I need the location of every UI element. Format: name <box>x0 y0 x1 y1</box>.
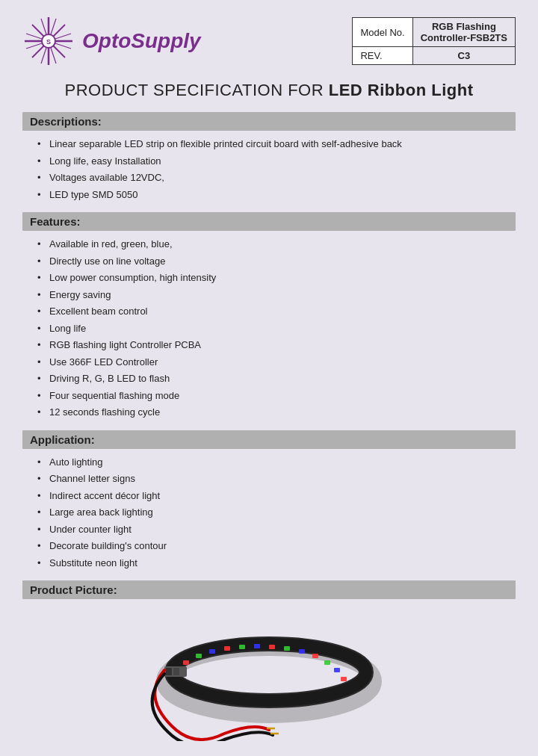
product-picture-heading: Product Picture: <box>22 580 516 599</box>
svg-rect-14 <box>183 660 189 665</box>
svg-rect-15 <box>196 654 202 658</box>
list-item: Under counter light <box>37 522 516 537</box>
list-item: Voltages available 12VDC, <box>37 170 516 185</box>
model-label: Model No. <box>353 18 412 47</box>
list-item: Long life, easy Installation <box>37 154 516 169</box>
rev-value: C3 <box>412 47 515 65</box>
features-list: Available in red, green, blue, Directly … <box>22 237 516 420</box>
descriptions-heading: Descriptions: <box>22 112 516 131</box>
svg-text:S: S <box>46 38 51 46</box>
features-section: Features: Available in red, green, blue,… <box>22 212 516 420</box>
application-section: Application: Auto lighting Channel lette… <box>22 430 516 571</box>
list-item: Four sequential flashing mode <box>37 388 516 403</box>
svg-rect-20 <box>269 645 275 649</box>
svg-rect-19 <box>254 644 260 648</box>
list-item: Excellent beam control <box>37 304 516 319</box>
product-image-container <box>22 607 516 741</box>
logo-supply: Supply <box>131 29 200 52</box>
list-item: Directly use on line voltage <box>37 254 516 269</box>
list-item: RGB flashing light Controller PCBA <box>37 338 516 353</box>
list-item: Available in red, green, blue, <box>37 237 516 252</box>
list-item: Large area back lighting <box>37 505 516 520</box>
logo-area: S OptoSupply <box>22 15 201 67</box>
svg-rect-17 <box>224 646 230 651</box>
application-list: Auto lighting Channel letter signs Indir… <box>22 455 516 571</box>
svg-rect-18 <box>239 645 245 649</box>
header: S OptoSupply Model No. RGB Flashing Cont… <box>22 15 516 67</box>
svg-rect-23 <box>312 654 318 658</box>
svg-rect-21 <box>284 646 290 651</box>
model-info-table: Model No. RGB Flashing Controller-FSB2TS… <box>352 17 516 65</box>
rev-label: REV. <box>353 47 412 65</box>
descriptions-section: Descriptions: Linear separable LED strip… <box>22 112 516 202</box>
svg-rect-24 <box>324 660 330 665</box>
logo-text: OptoSupply <box>82 29 201 53</box>
list-item: Use 366F LED Controller <box>37 355 516 370</box>
svg-rect-28 <box>166 668 172 675</box>
list-item: Substitute neon light <box>37 556 516 571</box>
svg-rect-26 <box>341 677 347 681</box>
list-item: Energy saving <box>37 288 516 303</box>
svg-rect-22 <box>299 649 305 654</box>
list-item: Long life <box>37 321 516 336</box>
svg-rect-25 <box>334 668 340 672</box>
page-title: PRODUCT SPECIFICATION FOR LED Ribbon Lig… <box>22 81 516 100</box>
list-item: Channel letter signs <box>37 471 516 486</box>
logo-opto: Opto <box>82 29 131 52</box>
svg-rect-16 <box>209 649 215 654</box>
list-item: Low power consumption, high intensity <box>37 270 516 285</box>
list-item: 12 seconds flashing cycle <box>37 405 516 420</box>
product-picture-section: Product Picture: <box>22 580 516 741</box>
descriptions-list: Linear separable LED strip on flexible p… <box>22 137 516 202</box>
logo-star-icon: S <box>22 15 75 67</box>
features-heading: Features: <box>22 212 516 231</box>
list-item: Linear separable LED strip on flexible p… <box>37 137 516 152</box>
list-item: Driving R, G, B LED to flash <box>37 371 516 386</box>
list-item: Indirect accent décor light <box>37 489 516 504</box>
svg-rect-29 <box>173 668 179 675</box>
list-item: LED type SMD 5050 <box>37 188 516 202</box>
list-item: Auto lighting <box>37 455 516 470</box>
model-value: RGB Flashing Controller-FSB2TS <box>412 18 515 47</box>
led-strip-image <box>149 607 389 741</box>
application-heading: Application: <box>22 430 516 449</box>
list-item: Decorate building's contour <box>37 539 516 554</box>
